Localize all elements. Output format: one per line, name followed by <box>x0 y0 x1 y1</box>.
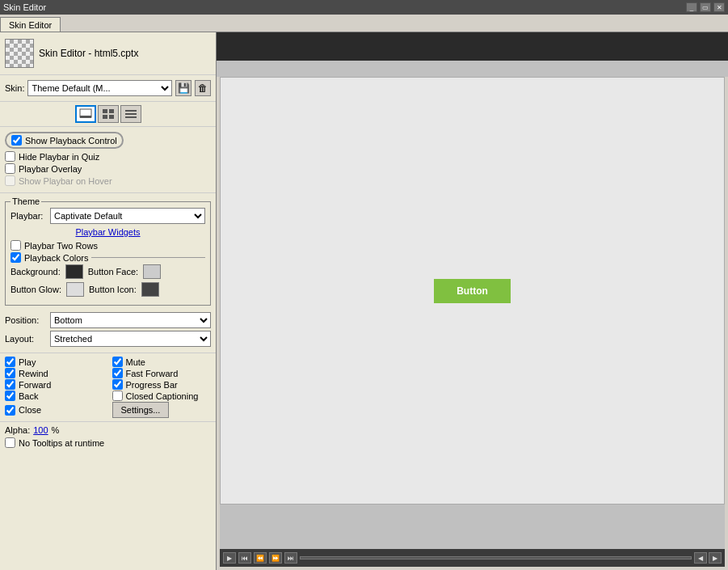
forward-checkbox[interactable] <box>5 379 15 390</box>
theme-fieldset: Theme Playbar: Captivate Default Playbar… <box>5 196 211 306</box>
preview-bottom-grey <box>220 505 725 549</box>
show-playback-control-row: Show Playback Control <box>5 132 124 149</box>
play-label: Play <box>19 357 36 367</box>
rewind-check-row: Rewind <box>5 368 104 378</box>
title-bar-controls: _ ▭ ✕ <box>686 2 725 12</box>
playbar-two-rows-checkbox[interactable] <box>11 240 21 251</box>
playbar-row: Playbar: Captivate Default <box>11 208 205 224</box>
button-glow-swatch[interactable] <box>66 282 84 297</box>
position-label: Position: <box>5 315 45 325</box>
skin-thumbnail <box>5 39 34 68</box>
hide-playbar-row: Hide Playbar in Quiz <box>5 151 211 162</box>
play-checkbox[interactable] <box>5 357 15 367</box>
close-checkbox[interactable] <box>5 405 15 416</box>
playback-colors-row: Playback Colors <box>11 252 205 263</box>
preview-button[interactable]: Button <box>434 279 511 303</box>
playbar-overlay-checkbox[interactable] <box>5 163 15 174</box>
background-swatch[interactable] <box>65 264 83 279</box>
app-title: Skin Editor <box>3 2 46 12</box>
settings-button[interactable]: Settings... <box>112 402 170 418</box>
pb-right-btns: ◀ ▶ <box>694 552 722 564</box>
alpha-section: Alpha: 100 % No Tooltips at runtime <box>0 421 216 453</box>
tab-bar: Skin Editor <box>0 15 728 32</box>
show-playback-control-checkbox[interactable] <box>11 135 22 146</box>
playback-colors-divider <box>91 257 205 258</box>
svg-rect-4 <box>103 115 107 119</box>
button-face-label: Button Face: <box>88 267 138 277</box>
show-playbar-hover-label: Show Playbar on Hover <box>19 176 112 186</box>
preview-grey-bar <box>217 61 728 77</box>
skin-editor-title: Skin Editor - html5.cptx <box>39 48 138 59</box>
playback-colors-checkbox[interactable] <box>11 252 21 263</box>
svg-rect-6 <box>125 110 137 112</box>
view-btn-grid[interactable] <box>98 105 119 123</box>
preview-content: Button <box>220 77 725 505</box>
preview-top-bar <box>217 32 728 61</box>
button-icon-swatch[interactable] <box>141 282 159 297</box>
svg-rect-3 <box>109 109 114 113</box>
layout-row: Layout: Stretched Fixed <box>5 331 211 347</box>
left-panel: Skin Editor - html5.cptx Skin: Theme Def… <box>0 32 217 570</box>
position-select[interactable]: Bottom Top <box>50 312 211 328</box>
forward-check-row: Forward <box>5 379 104 390</box>
pb-forward-btn[interactable]: ⏩ <box>269 552 282 564</box>
no-tooltips-checkbox[interactable] <box>5 437 15 448</box>
back-check-row: Back <box>5 391 104 401</box>
restore-btn[interactable]: ▭ <box>700 2 711 12</box>
view-buttons <box>0 102 216 127</box>
mute-checkbox[interactable] <box>112 357 123 367</box>
progress-bar-checkbox[interactable] <box>112 379 123 390</box>
button-face-swatch[interactable] <box>143 264 161 279</box>
layout-label: Layout: <box>5 334 45 344</box>
pb-close-btn[interactable]: ▶ <box>709 552 722 564</box>
buttons-grid: Play Mute Rewind Fast Forward Forward Pr… <box>0 353 216 421</box>
svg-rect-8 <box>125 116 137 118</box>
svg-rect-1 <box>80 116 91 118</box>
closed-captioning-label: Closed Captioning <box>126 391 199 401</box>
back-checkbox[interactable] <box>5 391 15 401</box>
theme-legend: Theme <box>11 196 41 206</box>
delete-skin-btn[interactable]: 🗑 <box>195 80 211 96</box>
alpha-value[interactable]: 100 <box>33 425 48 435</box>
pb-volume-btn[interactable]: ◀ <box>694 552 707 564</box>
save-skin-btn[interactable]: 💾 <box>175 80 191 96</box>
closed-captioning-checkbox[interactable] <box>112 391 123 401</box>
playbar-select[interactable]: Captivate Default <box>50 208 205 224</box>
view-btn-playbar[interactable] <box>75 105 96 123</box>
view-btn-list[interactable] <box>120 105 141 123</box>
rewind-label: Rewind <box>19 369 48 378</box>
forward-label: Forward <box>19 380 51 390</box>
rewind-checkbox[interactable] <box>5 368 15 378</box>
playbar-two-rows-row: Playbar Two Rows <box>11 240 205 251</box>
skin-select[interactable]: Theme Default (M... <box>27 80 172 96</box>
playbar-widgets-link[interactable]: Playbar Widgets <box>11 227 205 237</box>
position-row: Position: Bottom Top <box>5 312 211 328</box>
pb-fastforward-btn[interactable]: ⏭ <box>284 552 297 564</box>
close-check-row: Close <box>5 402 104 418</box>
minimize-btn[interactable]: _ <box>686 2 697 12</box>
pb-rewind-btn[interactable]: ⏮ <box>238 552 251 564</box>
close-label: Close <box>19 405 41 415</box>
svg-rect-2 <box>103 109 107 113</box>
show-playback-control-label: Show Playback Control <box>25 136 117 146</box>
layout-select[interactable]: Stretched Fixed <box>50 331 211 347</box>
show-playbar-hover-row: Show Playbar on Hover <box>5 175 211 186</box>
button-glow-label: Button Glow: <box>11 285 61 294</box>
fast-forward-checkbox[interactable] <box>112 368 123 378</box>
pb-back-btn[interactable]: ⏪ <box>254 552 267 564</box>
show-playbar-hover-checkbox <box>5 175 15 186</box>
button-glow-row: Button Glow: Button Icon: <box>11 282 205 297</box>
hide-playbar-checkbox[interactable] <box>5 151 15 162</box>
fast-forward-label: Fast Forward <box>126 369 179 378</box>
pb-play-btn[interactable]: ▶ <box>223 552 236 564</box>
button-icon-label: Button Icon: <box>89 285 137 294</box>
play-check-row: Play <box>5 357 104 367</box>
alpha-label: Alpha: <box>5 425 30 435</box>
playback-colors-label: Playback Colors <box>24 253 88 263</box>
closed-captioning-check-row: Closed Captioning <box>112 391 212 401</box>
pb-progress-bar[interactable] <box>300 556 692 559</box>
close-btn[interactable]: ✕ <box>713 2 725 12</box>
svg-rect-5 <box>109 115 114 119</box>
mute-label: Mute <box>126 357 145 367</box>
tab-skin-editor[interactable]: Skin Editor <box>0 17 61 32</box>
